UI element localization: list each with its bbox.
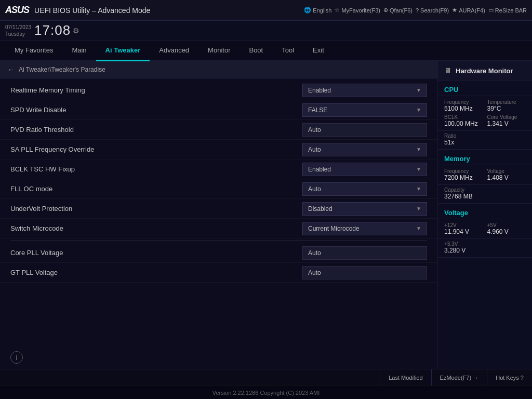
mem-voltage-label: Voltage (487, 168, 526, 174)
mem-voltage-item: Voltage 1.408 V (487, 168, 526, 181)
info-section: i (0, 346, 437, 369)
cpu-core-voltage-item: Core Voltage 1.341 V (487, 114, 526, 127)
dropdown-arrow: ▼ (416, 147, 421, 152)
settings-list: Realtime Memory Timing Enabled ▼ SPD Wri… (0, 78, 437, 346)
nav-tool[interactable]: Tool (272, 41, 303, 61)
setting-row-undervolt-protection: UnderVolt Protection Disabled ▼ (0, 199, 437, 219)
version-text: Version 2.22.1286 Copyright (C) 2023 AMI (212, 390, 320, 396)
header-info: 🌐 English ☆ MyFavorite(F3) ⊕ Qfan(F6) ? … (304, 7, 527, 14)
cpu-ratio-value: 51x (444, 139, 526, 146)
nav-main[interactable]: Main (62, 41, 96, 61)
breadcrumb: ← Ai Tweaker\Tweaker's Paradise (0, 61, 437, 78)
mem-capacity-item: Capacity 32768 MB (444, 187, 526, 200)
v5-label: +5V (487, 222, 526, 228)
setting-label-bclk-tsc-hw-fixup: BCLK TSC HW Fixup (10, 165, 302, 173)
setting-label-undervolt-protection: UnderVolt Protection (10, 205, 302, 212)
dropdown-arrow: ▼ (416, 186, 421, 192)
cpu-metrics-grid: Frequency 5100 MHz Temperature 39°C BCLK… (438, 96, 532, 131)
hardware-monitor-sidebar: 🖥 Hardware Monitor CPU Frequency 5100 MH… (437, 61, 532, 369)
memory-section-title: Memory (438, 150, 532, 165)
setting-control-sa-pll-frequency-override[interactable]: Auto ▼ (302, 143, 427, 156)
cpu-ratio-item: Ratio 51x (444, 133, 526, 146)
mem-frequency-item: Frequency 7200 MHz (444, 168, 483, 181)
cpu-ratio-section: Ratio 51x (438, 131, 532, 150)
setting-control-spd-write-disable[interactable]: FALSE ▼ (302, 103, 427, 117)
date-block: 07/11/2023 Tuesday (5, 24, 31, 37)
footer-ez-mode[interactable]: EzMode(F7) → (431, 369, 487, 385)
cpu-temperature-label: Temperature (487, 99, 526, 105)
setting-row-gt-pll-voltage: GT PLL Voltage Auto (0, 263, 437, 283)
setting-label-pvd-ratio-threshold: PVD Ratio Threshold (10, 126, 302, 134)
nav-bar: My Favorites Main Ai Tweaker Advanced Mo… (0, 41, 532, 61)
v33-section: +3.3V 3.280 V (438, 239, 532, 258)
dropdown-arrow: ▼ (416, 206, 421, 211)
setting-row-core-pll-voltage: Core PLL Voltage Auto (0, 243, 437, 263)
setting-control-bclk-tsc-hw-fixup[interactable]: Enabled ▼ (302, 163, 427, 176)
setting-control-realtime-memory-timing[interactable]: Enabled ▼ (302, 84, 427, 97)
shortcut-myfavorite[interactable]: ☆ MyFavorite(F3) (335, 7, 380, 14)
v33-label: +3.3V (444, 241, 526, 247)
setting-row-spd-write-disable: SPD Write Disable FALSE ▼ (0, 100, 437, 120)
setting-label-realtime-memory-timing: Realtime Memory Timing (10, 86, 302, 94)
monitor-icon: 🖥 (444, 66, 451, 75)
v33-value: 3.280 V (444, 247, 526, 254)
nav-my-favorites[interactable]: My Favorites (5, 41, 62, 61)
footer: Last Modified EzMode(F7) → Hot Keys ? (0, 369, 532, 385)
dropdown-arrow: ▼ (416, 166, 421, 172)
setting-label-core-pll-voltage: Core PLL Voltage (10, 249, 302, 257)
nav-boot[interactable]: Boot (240, 41, 272, 61)
hardware-monitor-header: 🖥 Hardware Monitor (438, 61, 532, 81)
cpu-frequency-item: Frequency 5100 MHz (444, 99, 483, 112)
v12-label: +12V (444, 222, 483, 228)
mem-capacity-section: Capacity 32768 MB (438, 185, 532, 204)
shortcut-english[interactable]: 🌐 English (304, 7, 331, 14)
v12-item: +12V 11.904 V (444, 222, 483, 235)
nav-monitor[interactable]: Monitor (198, 41, 240, 61)
mem-voltage-value: 1.408 V (487, 174, 526, 181)
cpu-temperature-item: Temperature 39°C (487, 99, 526, 112)
voltage-metrics-grid: +12V 11.904 V +5V 4.960 V (438, 219, 532, 239)
mem-frequency-label: Frequency (444, 168, 483, 174)
breadcrumb-back-arrow[interactable]: ← (7, 65, 15, 74)
setting-control-switch-microcode[interactable]: Current Microcode ▼ (302, 222, 427, 235)
cpu-core-voltage-value: 1.341 V (487, 120, 526, 127)
info-icon[interactable]: i (10, 351, 23, 364)
cpu-core-voltage-label: Core Voltage (487, 114, 526, 120)
v12-value: 11.904 V (444, 228, 483, 235)
dropdown-arrow: ▼ (416, 225, 421, 231)
nav-exit[interactable]: Exit (303, 41, 334, 61)
shortcut-search[interactable]: ? Search(F9) (416, 7, 449, 14)
dropdown-arrow: ▼ (416, 87, 421, 93)
setting-control-undervolt-protection[interactable]: Disabled ▼ (302, 202, 427, 216)
v5-item: +5V 4.960 V (487, 222, 526, 235)
cpu-bclk-item: BCLK 100.00 MHz (444, 114, 483, 127)
time-settings-icon[interactable]: ⚙ (73, 26, 79, 35)
cpu-frequency-value: 5100 MHz (444, 105, 483, 112)
footer-hot-keys[interactable]: Hot Keys ? (487, 369, 532, 385)
voltage-section-title: Voltage (438, 204, 532, 219)
nav-ai-tweaker[interactable]: Ai Tweaker (96, 41, 150, 61)
setting-control-fll-oc-mode[interactable]: Auto ▼ (302, 182, 427, 196)
footer-last-modified[interactable]: Last Modified (380, 369, 431, 385)
setting-row-bclk-tsc-hw-fixup: BCLK TSC HW Fixup Enabled ▼ (0, 159, 437, 179)
shortcut-resizebar[interactable]: ▭ ReSize BAR (488, 7, 527, 14)
dropdown-arrow: ▼ (416, 107, 421, 113)
setting-row-pvd-ratio-threshold: PVD Ratio Threshold Auto (0, 120, 437, 140)
cpu-section-title: CPU (438, 81, 532, 96)
time-display: 17:08 (34, 22, 71, 38)
day-value: Tuesday (5, 31, 31, 37)
setting-control-gt-pll-voltage[interactable]: Auto (302, 266, 427, 280)
mem-capacity-value: 32768 MB (444, 193, 526, 200)
shortcut-aura[interactable]: ★ AURA(F4) (452, 7, 485, 14)
asus-logo: ASUS (5, 5, 29, 16)
shortcut-qfan[interactable]: ⊕ Qfan(F6) (383, 7, 413, 14)
setting-label-spd-write-disable: SPD Write Disable (10, 106, 302, 114)
nav-advanced[interactable]: Advanced (150, 41, 198, 61)
setting-control-pvd-ratio-threshold[interactable]: Auto (302, 123, 427, 137)
setting-control-core-pll-voltage[interactable]: Auto (302, 246, 427, 260)
v33-item: +3.3V 3.280 V (444, 241, 526, 254)
cpu-bclk-label: BCLK (444, 114, 483, 120)
content-area: ← Ai Tweaker\Tweaker's Paradise Realtime… (0, 61, 437, 369)
setting-row-sa-pll-frequency-override: SA PLL Frequency Override Auto ▼ (0, 140, 437, 159)
setting-label-sa-pll-frequency-override: SA PLL Frequency Override (10, 145, 302, 153)
